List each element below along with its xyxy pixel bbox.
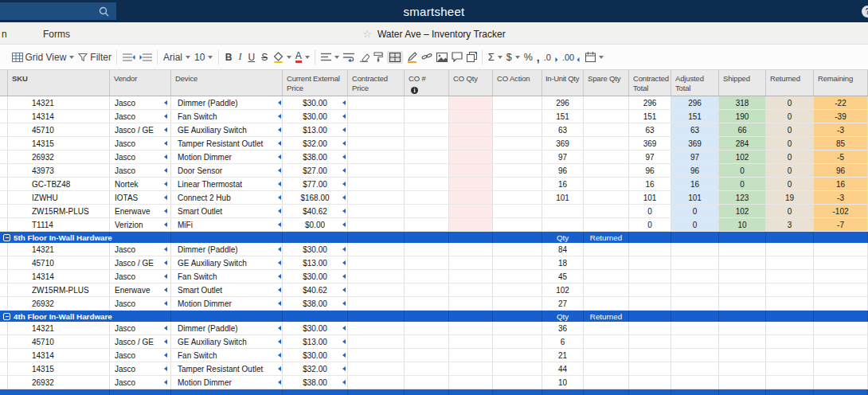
price-cell[interactable]: $30.00 [283,322,348,334]
spare-qty-cell[interactable] [584,270,629,283]
row-gutter[interactable] [0,191,8,204]
contracted-price-cell[interactable] [348,151,405,163]
device-cell[interactable]: Door Sensor [171,164,283,177]
row-gutter[interactable] [0,205,8,217]
co-number-cell[interactable] [405,218,449,231]
row-gutter[interactable] [0,137,8,150]
strikethrough-button[interactable]: S [261,52,268,63]
spare-qty-cell[interactable] [584,322,629,334]
column-header-remaining[interactable]: Remaining [814,70,868,96]
price-cell[interactable]: $13.00 [283,335,348,348]
contracted-price-cell[interactable] [348,362,405,375]
font-family-select[interactable]: Arial [163,52,190,63]
co-qty-cell[interactable] [449,191,493,204]
remaining-cell[interactable]: -22 [814,96,868,109]
co-action-cell[interactable] [493,376,542,389]
sku-cell[interactable]: 14315 [8,137,110,150]
co-action-cell[interactable] [493,322,542,334]
section-cell[interactable] [629,232,671,243]
co-qty-cell[interactable] [449,335,493,348]
co-qty-cell[interactable] [449,270,493,283]
adjusted-total-cell[interactable] [671,349,719,362]
contracted-total-cell[interactable]: 96 [629,164,671,177]
contracted-total-cell[interactable] [629,362,671,375]
price-cell[interactable]: $40.62 [283,205,348,217]
section-cell[interactable] [766,232,814,243]
co-number-cell[interactable] [405,376,449,389]
co-number-cell[interactable] [405,284,449,296]
row-gutter[interactable] [0,110,8,123]
shipped-cell[interactable] [719,297,766,310]
contracted-total-cell[interactable]: 369 [629,137,671,150]
co-action-cell[interactable] [493,178,542,190]
device-cell[interactable]: Fan Switch [171,270,283,283]
section-cell[interactable] [629,389,671,395]
section-cell[interactable] [283,232,348,243]
remaining-cell[interactable] [814,284,868,296]
adjusted-total-cell[interactable] [671,362,719,375]
increase-decimal-button[interactable]: .00 [562,53,581,62]
co-number-cell[interactable] [405,151,449,163]
section-header-row[interactable]: 4th Floor In-Wall HardwareQtyReturned [0,311,868,322]
eraser-button[interactable] [358,53,369,62]
spare-qty-cell[interactable] [584,137,629,150]
sku-cell[interactable]: 45710 [8,256,110,269]
remaining-cell[interactable]: -7 [814,218,868,231]
in-unit-qty-cell[interactable]: 369 [542,137,584,150]
adjusted-total-cell[interactable]: 63 [671,123,719,136]
column-header-contracted-total[interactable]: Contracted Total [629,70,671,96]
date-format-button[interactable] [585,52,604,62]
column-header-contracted-price[interactable]: Contracted Price [348,70,405,96]
adjusted-total-cell[interactable]: 151 [671,110,719,123]
section-cell[interactable] [719,311,766,322]
section-cell[interactable] [493,232,542,243]
sku-cell[interactable]: 45710 [8,335,110,348]
in-unit-qty-cell[interactable]: 21 [542,349,584,362]
co-qty-cell[interactable] [449,243,493,256]
adjusted-total-cell[interactable]: 96 [671,164,719,177]
remaining-cell[interactable]: -3 [814,191,868,204]
co-qty-cell[interactable] [449,376,493,389]
in-unit-qty-cell[interactable]: 27 [542,297,584,310]
in-unit-qty-cell[interactable]: 296 [542,96,584,109]
co-qty-cell[interactable] [449,96,493,109]
co-number-cell[interactable] [405,191,449,204]
row-gutter[interactable] [0,164,8,177]
section-cell[interactable] [814,311,868,322]
contracted-price-cell[interactable] [348,256,405,269]
co-number-cell[interactable] [405,110,449,123]
link-button[interactable] [421,52,432,62]
vendor-cell[interactable]: Jasco [110,349,171,362]
co-action-cell[interactable] [493,270,542,283]
remaining-cell[interactable]: 96 [814,164,868,177]
section-cell[interactable] [405,232,449,243]
returned-cell[interactable]: 0 [766,205,814,217]
section-cell[interactable] [493,389,542,395]
sku-cell[interactable]: GC-TBZ48 [8,178,110,190]
device-cell[interactable]: GE Auxiliary Switch [171,256,283,269]
remaining-cell[interactable] [814,270,868,283]
spare-qty-cell[interactable] [584,178,629,190]
row-gutter[interactable] [0,256,8,269]
vendor-cell[interactable]: Jasco [110,322,171,334]
section-cell[interactable] [171,389,283,395]
sku-cell[interactable]: ZW15RM-PLUS [8,284,110,296]
returned-cell[interactable]: 0 [766,96,814,109]
contracted-total-cell[interactable] [629,322,671,334]
co-number-cell[interactable] [405,243,449,256]
copy-range-button[interactable] [467,52,477,62]
contracted-total-cell[interactable]: 0 [629,218,671,231]
returned-cell[interactable] [766,243,814,256]
section-cell[interactable] [814,389,868,395]
returned-cell[interactable] [766,297,814,310]
wrap-text-button[interactable] [343,53,354,62]
shipped-cell[interactable] [719,322,766,334]
co-number-cell[interactable] [405,322,449,334]
price-cell[interactable]: $27.00 [283,164,348,177]
price-cell[interactable]: $40.62 [283,284,348,296]
section-cell[interactable] [110,311,171,322]
section-cell[interactable] [493,311,542,322]
spare-qty-cell[interactable] [584,297,629,310]
sku-cell[interactable]: 43973 [8,164,110,177]
co-number-cell[interactable] [405,256,449,269]
